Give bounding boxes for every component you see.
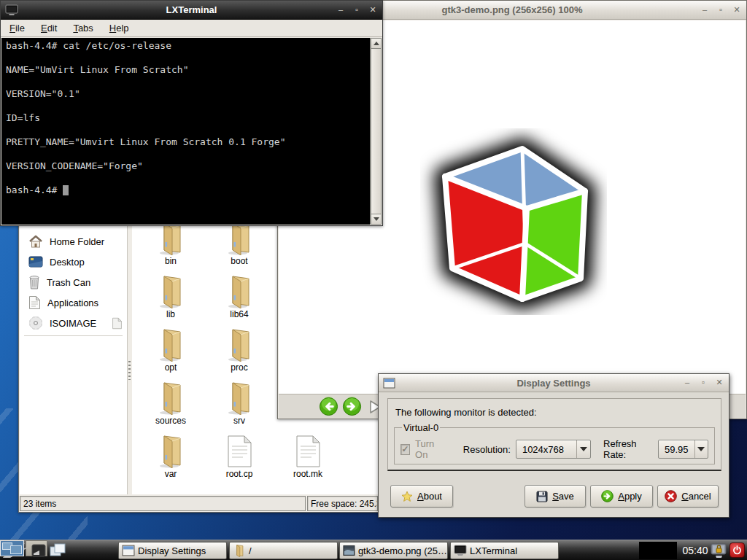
about-button-label: About: [417, 491, 442, 502]
folder-item[interactable]: proc: [205, 322, 274, 375]
task-button-image-viewer[interactable]: gtk3-demo.png (25…: [339, 542, 448, 559]
file-label: root.mk: [293, 469, 322, 479]
save-button-label: Save: [552, 491, 574, 502]
apply-button[interactable]: Apply: [590, 485, 653, 508]
cancel-button[interactable]: Cancel: [657, 485, 719, 508]
terminal-line: VERSION="0.1": [6, 88, 80, 99]
file-label: root.cp: [226, 469, 253, 479]
text-file-icon: [295, 435, 322, 468]
sidebar-item-label: ISOIMAGE: [50, 318, 96, 329]
folder-icon: [155, 380, 187, 415]
previous-image-button[interactable]: [319, 397, 338, 416]
menu-edit[interactable]: Edit: [41, 23, 57, 34]
close-icon[interactable]: ✕: [714, 378, 724, 388]
splitter-handle[interactable]: [128, 361, 131, 380]
task-label: gtk3-demo.png (25…: [358, 545, 447, 556]
power-logout-button[interactable]: [729, 542, 745, 558]
system-tray-area: [639, 542, 677, 559]
terminal-window[interactable]: LXTerminal – ▫ ✕ File Edit Tabs Help bas…: [0, 0, 383, 226]
task-button-terminal[interactable]: LXTerminal: [450, 542, 559, 559]
maximize-icon[interactable]: ▫: [716, 5, 726, 15]
close-icon[interactable]: ✕: [732, 5, 742, 15]
terminal-menubar: File Edit Tabs Help: [1, 20, 382, 37]
workspace-1-active[interactable]: [0, 540, 24, 556]
monitor-detected-text: The following monitor is detected:: [395, 407, 537, 418]
power-icon: [732, 545, 742, 555]
folder-label: srv: [233, 416, 245, 426]
task-label: /: [249, 545, 252, 556]
trash-icon: [28, 275, 40, 289]
menu-help[interactable]: Help: [109, 23, 129, 34]
display-settings-window[interactable]: Display Settings – ▫ ✕ The following mon…: [378, 373, 729, 518]
window-list-icon[interactable]: [49, 542, 68, 559]
dialog-content-panel: The following monitor is detected: Virtu…: [387, 398, 721, 471]
window-icon: [122, 545, 135, 556]
terminal-title: LXTerminal: [1, 4, 382, 15]
task-label: Display Settings: [138, 545, 206, 556]
scroll-down-icon[interactable]: [371, 214, 382, 225]
folder-icon: [233, 544, 246, 557]
close-icon[interactable]: ✕: [368, 5, 378, 15]
maximize-icon[interactable]: ▫: [698, 378, 708, 388]
folder-item[interactable]: var: [136, 428, 205, 481]
sidebar-item-applications[interactable]: Applications: [20, 292, 127, 313]
about-button[interactable]: About: [390, 485, 453, 508]
monitor-frame-label: Virtual-0: [402, 422, 440, 433]
star-icon: [401, 491, 413, 502]
folder-label: boot: [231, 256, 247, 266]
terminal-line: bash-4.4# cat /etc/os-release: [6, 40, 171, 51]
monitor-frame: Virtual-0 ✓ Turn On Resolution: 747x560…: [394, 422, 715, 464]
apply-button-label: Apply: [618, 491, 642, 502]
sidebar-item-home[interactable]: Home Folder: [20, 231, 127, 252]
folder-item[interactable]: opt: [136, 322, 205, 375]
folder-icon: [155, 273, 187, 308]
cancel-x-icon: [665, 490, 677, 502]
terminal-prompt: bash-4.4#: [6, 184, 63, 195]
minimize-icon[interactable]: –: [700, 5, 710, 15]
save-button[interactable]: Save: [525, 485, 586, 508]
folder-icon: [223, 273, 255, 308]
folder-icon: [155, 327, 187, 362]
folder-item[interactable]: lib64: [205, 268, 274, 322]
refresh-rate-dropdown[interactable]: 59.95: [658, 440, 708, 459]
terminal-scrollbar[interactable]: [370, 38, 382, 225]
checkmark-icon: ✓: [401, 444, 409, 454]
show-desktop-icon[interactable]: [31, 543, 46, 558]
maximize-icon[interactable]: ▫: [352, 5, 362, 15]
sidebar-item-label: Applications: [47, 298, 98, 308]
sidebar-item-desktop[interactable]: Desktop: [20, 252, 127, 272]
floppy-save-icon: [536, 491, 548, 502]
sidebar-item-isoimage[interactable]: ISOIMAGE: [20, 313, 127, 333]
resolution-dropdown[interactable]: 747x560: [516, 440, 591, 459]
file-item[interactable]: root.mk: [274, 428, 342, 481]
next-image-button[interactable]: [342, 397, 362, 416]
folder-item[interactable]: sources: [136, 375, 205, 428]
scroll-up-icon[interactable]: [371, 38, 382, 49]
terminal-line: PRETTY_NAME="Umvirt Linux From Scratch 0…: [6, 136, 286, 147]
file-item[interactable]: root.cp: [205, 428, 274, 481]
scrollbar-thumb[interactable]: [371, 49, 382, 214]
turn-on-checkbox[interactable]: ✓: [400, 444, 410, 455]
dialog-titlebar[interactable]: Display Settings – ▫ ✕: [379, 374, 729, 392]
menu-file[interactable]: File: [9, 23, 25, 34]
terminal-titlebar[interactable]: LXTerminal – ▫ ✕: [1, 1, 382, 20]
folder-item[interactable]: srv: [205, 375, 274, 428]
apply-arrow-icon: [601, 490, 614, 502]
taskbar-clock[interactable]: 05:40: [678, 540, 712, 560]
task-button-file-manager[interactable]: /: [229, 542, 338, 559]
sidebar-item-label: Desktop: [50, 257, 85, 268]
chevron-down-icon: [695, 447, 708, 451]
minimize-icon[interactable]: –: [682, 378, 692, 388]
folder-item[interactable]: lib: [136, 268, 205, 322]
task-button-display-settings[interactable]: Display Settings: [118, 542, 227, 559]
sidebar-item-trash[interactable]: Trash Can: [20, 272, 127, 292]
lock-screen-icon[interactable]: [711, 542, 727, 559]
folder-label: var: [165, 469, 177, 479]
folder-label: proc: [231, 362, 247, 373]
status-free-space: Free space: 245.3: [307, 496, 378, 511]
minimize-icon[interactable]: –: [336, 5, 346, 15]
cancel-button-label: Cancel: [681, 491, 711, 502]
menu-tabs[interactable]: Tabs: [73, 23, 93, 34]
terminal-screen[interactable]: bash-4.4# cat /etc/os-release NAME="UmVi…: [1, 38, 370, 225]
eject-volume-icon[interactable]: [112, 317, 123, 330]
